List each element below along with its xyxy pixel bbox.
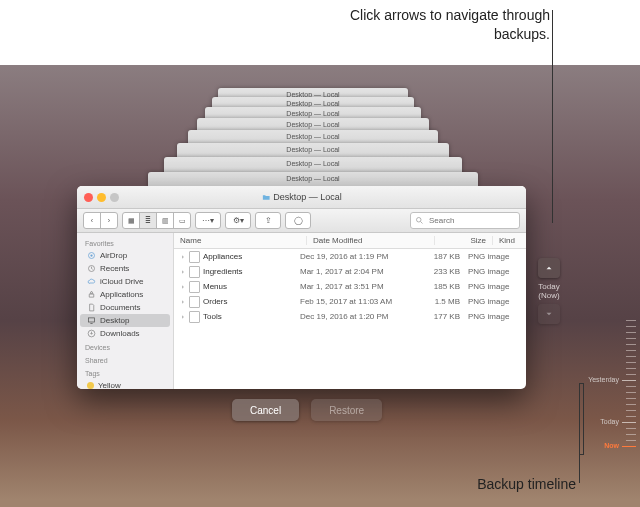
sidebar-shared-header: Shared xyxy=(77,353,173,366)
view-switcher[interactable]: ▦ ≣ ▥ ▭ xyxy=(122,212,191,229)
search-field[interactable] xyxy=(410,212,520,229)
nav-back-forward[interactable]: ‹ › xyxy=(83,212,118,229)
download-icon xyxy=(87,329,96,338)
nav-current-label: Today (Now) xyxy=(536,282,562,300)
window-title: Desktop — Local xyxy=(261,192,342,202)
sidebar-item-airdrop[interactable]: AirDrop xyxy=(77,249,173,262)
window-controls[interactable] xyxy=(84,193,119,202)
file-list: Name Date Modified Size Kind AppliancesD… xyxy=(174,233,526,389)
cancel-button[interactable]: Cancel xyxy=(232,399,299,421)
svg-rect-4 xyxy=(89,318,95,322)
file-date: Mar 1, 2017 at 3:51 PM xyxy=(300,282,415,291)
group-button[interactable]: ⋯ ▾ xyxy=(195,212,221,229)
file-rows: AppliancesDec 19, 2016 at 1:19 PM187 KBP… xyxy=(174,249,526,389)
table-row[interactable]: IngredientsMar 1, 2017 at 2:04 PM233 KBP… xyxy=(174,264,526,279)
backup-nav-arrows: Today (Now) xyxy=(536,256,562,326)
callout-line xyxy=(579,383,580,483)
disclosure-triangle-icon xyxy=(180,284,186,290)
toolbar: ‹ › ▦ ≣ ▥ ▭ ⋯ ▾ ⚙︎ ▾ ⇪ ◯ xyxy=(77,209,526,233)
sidebar-item-desktop[interactable]: Desktop xyxy=(80,314,170,327)
view-gallery-button[interactable]: ▭ xyxy=(174,213,190,228)
callout-navigate-arrows: Click arrows to navigate through backups… xyxy=(320,6,550,44)
file-size: 187 KB xyxy=(415,252,468,261)
tags-button[interactable]: ◯ xyxy=(285,212,311,229)
minimize-icon[interactable] xyxy=(97,193,106,202)
view-list-button[interactable]: ≣ xyxy=(140,213,157,228)
view-icon-button[interactable]: ▦ xyxy=(123,213,140,228)
sidebar-devices-header: Devices xyxy=(77,340,173,353)
col-kind[interactable]: Kind xyxy=(493,236,526,245)
file-name: Orders xyxy=(203,297,227,306)
finder-window: Desktop — Local ‹ › ▦ ≣ ▥ ▭ ⋯ ▾ ⚙︎ ▾ ⇪ ◯ xyxy=(77,186,526,389)
col-date[interactable]: Date Modified xyxy=(307,236,435,245)
file-kind: PNG image xyxy=(468,312,526,321)
search-input[interactable] xyxy=(427,215,501,226)
document-icon xyxy=(87,303,96,312)
file-icon xyxy=(189,266,200,278)
file-icon xyxy=(189,296,200,308)
callout-backup-timeline: Backup timeline xyxy=(426,476,576,492)
sidebar-favorites-header: Favorites xyxy=(77,236,173,249)
nav-newer-button[interactable] xyxy=(538,304,560,324)
col-size[interactable]: Size xyxy=(435,236,493,245)
file-date: Dec 19, 2016 at 1:19 PM xyxy=(300,252,415,261)
sidebar-item-recents[interactable]: Recents xyxy=(77,262,173,275)
chevron-up-icon xyxy=(544,263,554,273)
timeline-yesterday: Yesterday xyxy=(588,376,619,383)
sidebar-item-downloads[interactable]: Downloads xyxy=(77,327,173,340)
titlebar: Desktop — Local xyxy=(77,186,526,209)
disclosure-triangle-icon xyxy=(180,314,186,320)
file-date: Feb 15, 2017 at 11:03 AM xyxy=(300,297,415,306)
apps-icon xyxy=(87,290,96,299)
file-name: Menus xyxy=(203,282,227,291)
sidebar-item-icloud[interactable]: iCloud Drive xyxy=(77,275,173,288)
sidebar-tag-yellow[interactable]: Yellow xyxy=(77,379,173,389)
file-size: 185 KB xyxy=(415,282,468,291)
action-buttons: Cancel Restore xyxy=(232,399,382,421)
sidebar: Favorites AirDrop Recents iCloud Drive A… xyxy=(77,233,174,389)
col-name[interactable]: Name xyxy=(174,236,307,245)
file-kind: PNG image xyxy=(468,252,526,261)
file-icon xyxy=(189,281,200,293)
callout-line xyxy=(552,10,553,223)
file-date: Dec 19, 2016 at 1:20 PM xyxy=(300,312,415,321)
back-button[interactable]: ‹ xyxy=(84,213,101,228)
file-date: Mar 1, 2017 at 2:04 PM xyxy=(300,267,415,276)
nav-older-button[interactable] xyxy=(538,258,560,278)
restore-button[interactable]: Restore xyxy=(311,399,382,421)
table-row[interactable]: MenusMar 1, 2017 at 3:51 PM185 KBPNG ima… xyxy=(174,279,526,294)
file-size: 1.5 MB xyxy=(415,297,468,306)
file-kind: PNG image xyxy=(468,267,526,276)
timeline-today: Today xyxy=(600,418,619,425)
zoom-icon[interactable] xyxy=(110,193,119,202)
forward-button[interactable]: › xyxy=(101,213,117,228)
file-size: 177 KB xyxy=(415,312,468,321)
file-kind: PNG image xyxy=(468,297,526,306)
sidebar-item-documents[interactable]: Documents xyxy=(77,301,173,314)
folder-icon xyxy=(261,193,270,202)
view-column-button[interactable]: ▥ xyxy=(157,213,174,228)
disclosure-triangle-icon xyxy=(180,299,186,305)
file-icon xyxy=(189,311,200,323)
tag-dot-icon xyxy=(87,382,94,389)
cloud-icon xyxy=(87,277,96,286)
table-row[interactable]: ToolsDec 19, 2016 at 1:20 PM177 KBPNG im… xyxy=(174,309,526,324)
timeline-now: Now xyxy=(604,442,619,449)
share-button[interactable]: ⇪ xyxy=(255,212,281,229)
file-icon xyxy=(189,251,200,263)
file-name: Tools xyxy=(203,312,222,321)
file-kind: PNG image xyxy=(468,282,526,291)
desktop-icon xyxy=(87,316,96,325)
table-row[interactable]: OrdersFeb 15, 2017 at 11:03 AM1.5 MBPNG … xyxy=(174,294,526,309)
action-button[interactable]: ⚙︎ ▾ xyxy=(225,212,251,229)
backup-timeline[interactable]: Yesterday Today Now xyxy=(578,320,636,470)
file-name: Appliances xyxy=(203,252,242,261)
search-icon xyxy=(415,216,424,225)
sidebar-tags-header: Tags xyxy=(77,366,173,379)
file-name: Ingredients xyxy=(203,267,243,276)
close-icon[interactable] xyxy=(84,193,93,202)
column-headers[interactable]: Name Date Modified Size Kind xyxy=(174,233,526,249)
sidebar-item-applications[interactable]: Applications xyxy=(77,288,173,301)
file-size: 233 KB xyxy=(415,267,468,276)
table-row[interactable]: AppliancesDec 19, 2016 at 1:19 PM187 KBP… xyxy=(174,249,526,264)
